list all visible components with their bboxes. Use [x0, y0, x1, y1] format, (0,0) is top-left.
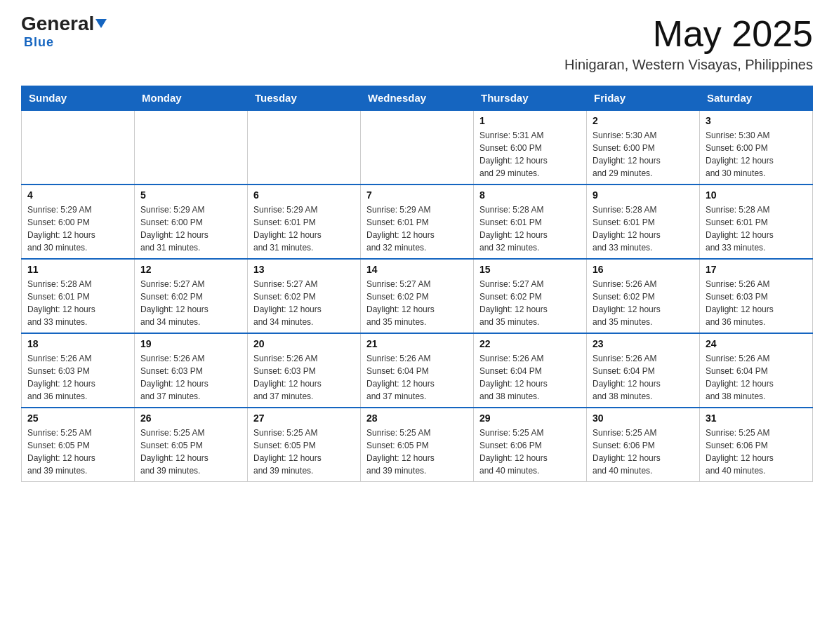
calendar-cell: 1Sunrise: 5:31 AMSunset: 6:00 PMDaylight…: [474, 110, 587, 185]
day-info: Sunrise: 5:27 AMSunset: 6:02 PMDaylight:…: [366, 278, 468, 328]
day-number: 17: [706, 264, 807, 275]
day-info: Sunrise: 5:26 AMSunset: 6:03 PMDaylight:…: [706, 278, 807, 328]
day-number: 24: [706, 338, 807, 349]
day-info: Sunrise: 5:25 AMSunset: 6:06 PMDaylight:…: [706, 427, 807, 477]
calendar-cell: 3Sunrise: 5:30 AMSunset: 6:00 PMDaylight…: [700, 110, 813, 185]
logo-triangle-icon: [95, 19, 107, 28]
calendar-cell: 2Sunrise: 5:30 AMSunset: 6:00 PMDaylight…: [587, 110, 700, 185]
calendar-cell: 10Sunrise: 5:28 AMSunset: 6:01 PMDayligh…: [700, 185, 813, 259]
logo: General Blue: [21, 14, 107, 50]
day-number: 25: [27, 412, 128, 424]
day-number: 8: [479, 189, 581, 201]
day-number: 6: [253, 189, 355, 201]
calendar-cell: 25Sunrise: 5:25 AMSunset: 6:05 PMDayligh…: [22, 408, 135, 482]
day-number: 15: [479, 264, 581, 275]
day-info: Sunrise: 5:28 AMSunset: 6:01 PMDaylight:…: [593, 203, 694, 254]
page-header: General Blue May 2025 Hinigaran, Western…: [21, 14, 813, 73]
day-number: 22: [479, 338, 581, 349]
calendar-week-row-1: 1Sunrise: 5:31 AMSunset: 6:00 PMDaylight…: [22, 110, 813, 185]
day-number: 27: [253, 412, 355, 424]
day-number: 11: [27, 264, 128, 275]
day-info: Sunrise: 5:26 AMSunset: 6:04 PMDaylight:…: [706, 352, 807, 403]
calendar-week-row-3: 11Sunrise: 5:28 AMSunset: 6:01 PMDayligh…: [22, 259, 813, 333]
day-info: Sunrise: 5:28 AMSunset: 6:01 PMDaylight:…: [706, 203, 807, 254]
day-info: Sunrise: 5:26 AMSunset: 6:03 PMDaylight:…: [27, 352, 128, 403]
calendar-header-sunday: Sunday: [22, 86, 135, 111]
month-title: May 2025: [564, 14, 813, 54]
calendar-header-tuesday: Tuesday: [248, 86, 361, 111]
calendar-cell: 28Sunrise: 5:25 AMSunset: 6:05 PMDayligh…: [361, 408, 474, 482]
day-info: Sunrise: 5:25 AMSunset: 6:05 PMDaylight:…: [253, 427, 355, 477]
day-info: Sunrise: 5:28 AMSunset: 6:01 PMDaylight:…: [27, 278, 128, 328]
day-number: 20: [253, 338, 355, 349]
calendar-cell: 13Sunrise: 5:27 AMSunset: 6:02 PMDayligh…: [248, 259, 361, 333]
calendar-cell: 29Sunrise: 5:25 AMSunset: 6:06 PMDayligh…: [474, 408, 587, 482]
day-info: Sunrise: 5:29 AMSunset: 6:01 PMDaylight:…: [366, 203, 468, 254]
day-number: 9: [593, 189, 694, 201]
calendar-cell: 11Sunrise: 5:28 AMSunset: 6:01 PMDayligh…: [22, 259, 135, 333]
calendar-cell: 19Sunrise: 5:26 AMSunset: 6:03 PMDayligh…: [135, 333, 248, 408]
day-number: 30: [593, 412, 694, 424]
day-info: Sunrise: 5:26 AMSunset: 6:04 PMDaylight:…: [479, 352, 581, 403]
day-info: Sunrise: 5:27 AMSunset: 6:02 PMDaylight:…: [140, 278, 241, 328]
calendar-cell: [22, 110, 135, 185]
calendar-cell: 5Sunrise: 5:29 AMSunset: 6:00 PMDaylight…: [135, 185, 248, 259]
calendar-table: SundayMondayTuesdayWednesdayThursdayFrid…: [21, 86, 813, 482]
calendar-cell: 9Sunrise: 5:28 AMSunset: 6:01 PMDaylight…: [587, 185, 700, 259]
calendar-cell: 27Sunrise: 5:25 AMSunset: 6:05 PMDayligh…: [248, 408, 361, 482]
day-number: 28: [366, 412, 468, 424]
day-info: Sunrise: 5:28 AMSunset: 6:01 PMDaylight:…: [479, 203, 581, 254]
calendar-cell: 31Sunrise: 5:25 AMSunset: 6:06 PMDayligh…: [700, 408, 813, 482]
day-number: 14: [366, 264, 468, 275]
location-title: Hinigaran, Western Visayas, Philippines: [564, 57, 813, 73]
day-info: Sunrise: 5:25 AMSunset: 6:06 PMDaylight:…: [479, 427, 581, 477]
day-info: Sunrise: 5:26 AMSunset: 6:04 PMDaylight:…: [366, 352, 468, 403]
calendar-cell: 15Sunrise: 5:27 AMSunset: 6:02 PMDayligh…: [474, 259, 587, 333]
logo-text: General: [21, 14, 107, 34]
day-info: Sunrise: 5:25 AMSunset: 6:05 PMDaylight:…: [27, 427, 128, 477]
calendar-header-friday: Friday: [587, 86, 700, 111]
calendar-cell: 23Sunrise: 5:26 AMSunset: 6:04 PMDayligh…: [587, 333, 700, 408]
calendar-header-row: SundayMondayTuesdayWednesdayThursdayFrid…: [22, 86, 813, 111]
day-info: Sunrise: 5:27 AMSunset: 6:02 PMDaylight:…: [479, 278, 581, 328]
day-number: 29: [479, 412, 581, 424]
day-number: 3: [706, 115, 807, 126]
day-number: 10: [706, 189, 807, 201]
logo-blue-label: Blue: [24, 35, 54, 50]
calendar-header-monday: Monday: [135, 86, 248, 111]
calendar-cell: 16Sunrise: 5:26 AMSunset: 6:02 PMDayligh…: [587, 259, 700, 333]
day-number: 21: [366, 338, 468, 349]
calendar-header-wednesday: Wednesday: [361, 86, 474, 111]
calendar-cell: 20Sunrise: 5:26 AMSunset: 6:03 PMDayligh…: [248, 333, 361, 408]
calendar-cell: 6Sunrise: 5:29 AMSunset: 6:01 PMDaylight…: [248, 185, 361, 259]
day-number: 5: [140, 189, 241, 201]
calendar-cell: [248, 110, 361, 185]
calendar-cell: 21Sunrise: 5:26 AMSunset: 6:04 PMDayligh…: [361, 333, 474, 408]
day-info: Sunrise: 5:29 AMSunset: 6:00 PMDaylight:…: [140, 203, 241, 254]
calendar-cell: 30Sunrise: 5:25 AMSunset: 6:06 PMDayligh…: [587, 408, 700, 482]
day-info: Sunrise: 5:31 AMSunset: 6:00 PMDaylight:…: [479, 129, 581, 180]
day-number: 1: [479, 115, 581, 126]
day-info: Sunrise: 5:26 AMSunset: 6:04 PMDaylight:…: [593, 352, 694, 403]
day-number: 7: [366, 189, 468, 201]
calendar-cell: 7Sunrise: 5:29 AMSunset: 6:01 PMDaylight…: [361, 185, 474, 259]
calendar-cell: [361, 110, 474, 185]
day-number: 12: [140, 264, 241, 275]
calendar-header-saturday: Saturday: [700, 86, 813, 111]
day-number: 31: [706, 412, 807, 424]
calendar-cell: 12Sunrise: 5:27 AMSunset: 6:02 PMDayligh…: [135, 259, 248, 333]
day-info: Sunrise: 5:30 AMSunset: 6:00 PMDaylight:…: [706, 129, 807, 180]
day-info: Sunrise: 5:26 AMSunset: 6:03 PMDaylight:…: [253, 352, 355, 403]
day-info: Sunrise: 5:26 AMSunset: 6:02 PMDaylight:…: [593, 278, 694, 328]
calendar-week-row-2: 4Sunrise: 5:29 AMSunset: 6:00 PMDaylight…: [22, 185, 813, 259]
day-info: Sunrise: 5:27 AMSunset: 6:02 PMDaylight:…: [253, 278, 355, 328]
calendar-cell: 4Sunrise: 5:29 AMSunset: 6:00 PMDaylight…: [22, 185, 135, 259]
calendar-header-thursday: Thursday: [474, 86, 587, 111]
calendar-cell: [135, 110, 248, 185]
day-info: Sunrise: 5:25 AMSunset: 6:05 PMDaylight:…: [140, 427, 241, 477]
day-number: 4: [27, 189, 128, 201]
day-info: Sunrise: 5:29 AMSunset: 6:00 PMDaylight:…: [27, 203, 128, 254]
day-info: Sunrise: 5:26 AMSunset: 6:03 PMDaylight:…: [140, 352, 241, 403]
day-number: 2: [593, 115, 694, 126]
calendar-cell: 17Sunrise: 5:26 AMSunset: 6:03 PMDayligh…: [700, 259, 813, 333]
